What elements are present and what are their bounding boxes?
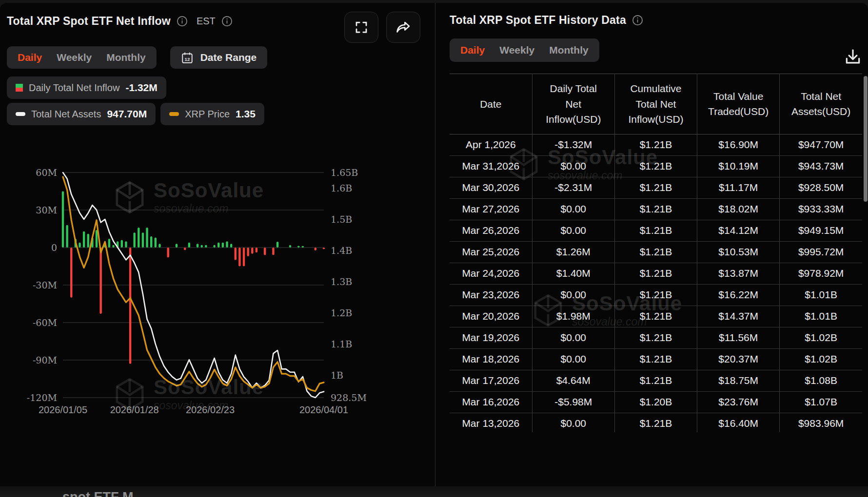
table-cell: Mar 24,2026 bbox=[450, 263, 532, 284]
tab-weekly[interactable]: Weekly bbox=[499, 44, 534, 56]
table-info-icon[interactable] bbox=[632, 15, 643, 26]
calendar-icon: 12 bbox=[181, 51, 194, 64]
table-cell: $1.08B bbox=[780, 370, 862, 391]
legend-xrp-price[interactable]: XRP Price 1.35 bbox=[160, 103, 264, 125]
svg-text:1.6B: 1.6B bbox=[331, 183, 352, 193]
history-table-container[interactable]: DateDaily Total Net Inflow(USD)Cumulativ… bbox=[450, 74, 862, 432]
table-cell: $1.40M bbox=[532, 263, 614, 284]
table-period-tabs: Daily Weekly Monthly bbox=[450, 38, 599, 62]
share-button[interactable] bbox=[386, 12, 420, 43]
svg-text:1.1B: 1.1B bbox=[331, 339, 352, 349]
timezone-info-icon[interactable] bbox=[221, 16, 233, 27]
table-cell: $1.01B bbox=[780, 284, 862, 306]
bar-series-icon bbox=[16, 84, 23, 92]
table-cell: -$5.98M bbox=[532, 391, 614, 413]
svg-text:2026/01/28: 2026/01/28 bbox=[110, 404, 159, 415]
table-cell: Mar 30,2026 bbox=[450, 177, 532, 198]
inflow-chart: 60M30M0-30M-60M-90M-120M1.65B1.6B1.5B1.4… bbox=[7, 136, 435, 425]
table-cell: $1.21B bbox=[614, 306, 697, 327]
table-cell: $978.92M bbox=[780, 263, 862, 284]
table-cell: $16.40M bbox=[697, 413, 780, 432]
legend-value: 1.35 bbox=[236, 108, 256, 120]
table-cell: Mar 26,2026 bbox=[450, 220, 532, 241]
table-cell: -$1.32M bbox=[532, 134, 614, 155]
legend-value: -1.32M bbox=[125, 82, 157, 94]
table-header-cell: Daily Total Net Inflow(USD) bbox=[532, 74, 614, 134]
table-cell: Mar 20,2026 bbox=[450, 306, 532, 327]
table-cell: $0.00 bbox=[532, 327, 614, 348]
table-cell: $14.37M bbox=[697, 306, 780, 327]
table-row: Mar 17,2026$4.64M$1.21B$18.75M$1.08B bbox=[450, 370, 862, 391]
chart-period-tabs: Daily Weekly Monthly bbox=[7, 46, 157, 69]
date-range-button[interactable]: 12 Date Range bbox=[170, 46, 268, 69]
table-cell: $983.96M bbox=[780, 413, 862, 432]
table-cell: $949.15M bbox=[780, 220, 862, 241]
table-row: Mar 27,2026$0.00$1.21B$18.02M$933.33M bbox=[450, 198, 862, 220]
table-scrollbar[interactable] bbox=[864, 76, 868, 202]
table-title: Total XRP Spot ETF History Data bbox=[450, 14, 626, 27]
table-cell: Mar 25,2026 bbox=[450, 241, 532, 263]
table-cell: $1.21B bbox=[614, 241, 697, 263]
svg-text:2026/02/23: 2026/02/23 bbox=[186, 404, 235, 415]
svg-text:-30M: -30M bbox=[33, 280, 57, 290]
table-header-cell: Cumulative Total Net Inflow(USD) bbox=[614, 74, 697, 134]
table-cell: $16.22M bbox=[697, 284, 780, 306]
svg-text:1.5B: 1.5B bbox=[331, 214, 352, 225]
fullscreen-button[interactable] bbox=[344, 12, 378, 43]
history-table-body: Apr 1,2026-$1.32M$1.21B$16.90M$947.70MMa… bbox=[450, 134, 862, 432]
table-cell: $13.87M bbox=[697, 263, 780, 284]
table-cell: $995.72M bbox=[780, 241, 862, 263]
chart-actions bbox=[344, 12, 420, 43]
chart-legend: Daily Total Net Inflow -1.32M Total Net … bbox=[7, 76, 435, 125]
table-cell: Mar 31,2026 bbox=[450, 155, 532, 177]
table-cell: $1.21B bbox=[614, 413, 697, 432]
table-cell: $1.98M bbox=[532, 306, 614, 327]
tab-monthly[interactable]: Monthly bbox=[106, 52, 145, 63]
history-data-panel: Total XRP Spot ETF History Data Daily We… bbox=[435, 3, 868, 486]
legend-total-net-assets[interactable]: Total Net Assets 947.70M bbox=[7, 103, 156, 125]
table-cell: $11.56M bbox=[697, 327, 780, 348]
table-row: Mar 19,2026$0.00$1.21B$11.56M$1.02B bbox=[450, 327, 862, 348]
table-cell: $1.01B bbox=[780, 306, 862, 327]
svg-text:2026/01/05: 2026/01/05 bbox=[39, 404, 87, 415]
table-cell: Mar 19,2026 bbox=[450, 327, 532, 348]
table-cell: $1.21B bbox=[614, 327, 697, 348]
table-cell: $933.33M bbox=[780, 198, 862, 220]
svg-text:0: 0 bbox=[51, 242, 57, 253]
share-icon bbox=[395, 19, 411, 35]
legend-daily-net-inflow[interactable]: Daily Total Net Inflow -1.32M bbox=[7, 76, 166, 99]
table-cell: $1.21B bbox=[614, 177, 697, 198]
table-header-cell: Total Net Assets(USD) bbox=[780, 74, 862, 134]
table-cell: $1.21B bbox=[614, 348, 697, 370]
tab-daily[interactable]: Daily bbox=[460, 44, 485, 56]
table-cell: Mar 16,2026 bbox=[450, 391, 532, 413]
table-cell: $23.76M bbox=[697, 391, 780, 413]
table-row: Mar 23,2026$0.00$1.21B$16.22M$1.01B bbox=[450, 284, 862, 306]
tab-weekly[interactable]: Weekly bbox=[57, 52, 92, 63]
table-cell: $20.37M bbox=[697, 348, 780, 370]
table-cell: $1.07B bbox=[780, 391, 862, 413]
svg-text:60M: 60M bbox=[36, 167, 57, 178]
tab-monthly[interactable]: Monthly bbox=[549, 44, 588, 56]
info-icon[interactable] bbox=[177, 16, 188, 27]
table-cell: $0.00 bbox=[532, 220, 614, 241]
timezone-label: EST bbox=[197, 16, 216, 27]
white-line-icon bbox=[16, 112, 25, 116]
table-cell: $1.21B bbox=[614, 155, 697, 177]
net-inflow-panel: Total XRP Spot ETF Net Inflow EST bbox=[0, 3, 435, 486]
legend-value: 947.70M bbox=[107, 108, 147, 120]
table-cell: Mar 27,2026 bbox=[450, 198, 532, 220]
svg-text:30M: 30M bbox=[36, 205, 57, 215]
table-cell: $947.70M bbox=[780, 134, 862, 155]
tab-daily[interactable]: Daily bbox=[18, 52, 42, 63]
table-cell: $1.21B bbox=[614, 220, 697, 241]
next-section-clipped: spot ETF M bbox=[0, 486, 868, 497]
table-cell: $14.12M bbox=[697, 220, 780, 241]
legend-label: Daily Total Net Inflow bbox=[29, 82, 119, 94]
table-row: Mar 24,2026$1.40M$1.21B$13.87M$978.92M bbox=[450, 263, 862, 284]
download-button[interactable] bbox=[844, 48, 862, 66]
table-row: Mar 26,2026$0.00$1.21B$14.12M$949.15M bbox=[450, 220, 862, 241]
inflow-chart-svg[interactable]: 60M30M0-30M-60M-90M-120M1.65B1.6B1.5B1.4… bbox=[7, 136, 434, 423]
table-cell: $10.53M bbox=[697, 241, 780, 263]
svg-text:-120M: -120M bbox=[27, 392, 57, 403]
